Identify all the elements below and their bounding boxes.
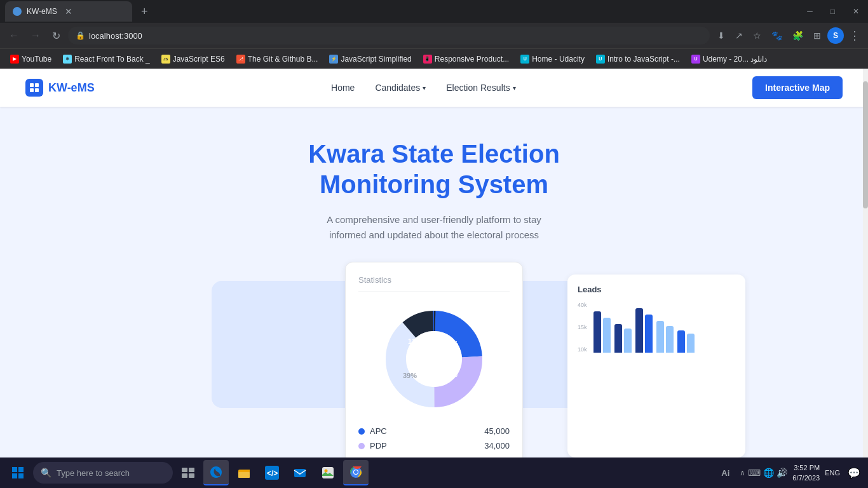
pdp-dot — [358, 443, 365, 449]
svg-text:</>: </> — [267, 469, 278, 478]
tab-favicon — [13, 7, 22, 16]
close-button[interactable]: ✕ — [849, 6, 863, 17]
bookmark-youtube[interactable]: ▶ YouTube — [5, 53, 57, 65]
svg-point-28 — [325, 470, 328, 473]
download-icon[interactable]: ⬇ — [714, 28, 729, 43]
bookmark-js6[interactable]: JS JavaScript ES6 — [156, 53, 230, 65]
bookmark-react[interactable]: ⚛ React Front To Back _ — [58, 53, 155, 65]
bookmark-udemy[interactable]: U Udemy - 20... دانلود — [686, 53, 772, 65]
task-view-button[interactable] — [175, 460, 201, 485]
maximize-button[interactable]: □ — [827, 6, 839, 17]
svg-rect-16 — [12, 473, 17, 478]
bar-3-blue — [645, 315, 653, 353]
bar-4-light — [656, 321, 664, 353]
taskbar-clock[interactable]: 3:52 PM 6/7/2023 — [792, 463, 820, 484]
bookmark-jssimplified[interactable]: ⚡ JavaScript Simplified — [324, 53, 416, 65]
svg-rect-17 — [18, 473, 24, 478]
browser-menu-button[interactable]: ⋮ — [846, 27, 863, 44]
legend-item-apc: APC 45,000 — [358, 426, 510, 436]
taskbar-chrome-button[interactable] — [343, 460, 369, 485]
volume-icon[interactable]: 🔊 — [776, 468, 787, 478]
bookmark-udacity[interactable]: U Home - Udacity — [515, 53, 590, 65]
svg-text:26%: 26% — [444, 370, 458, 378]
bookmark-react-label: React Front To Back _ — [74, 55, 150, 64]
taskbar-search-icon: 🔍 — [41, 468, 51, 478]
browser-tab[interactable]: KW-eMS ✕ — [5, 1, 132, 22]
bar-5-blue — [677, 330, 685, 353]
network-icon[interactable]: 🌐 — [763, 468, 774, 478]
bookmark-udemy-label: Udemy - 20... دانلود — [703, 55, 767, 64]
nav-election-results[interactable]: Election Results ▾ — [438, 79, 523, 97]
address-text: localhost:3000 — [89, 31, 142, 41]
address-bar: ← → ↻ 🔒 localhost:3000 ⬇ ↗ ☆ 🐾 🧩 ⊞ S ⋮ — [0, 23, 868, 48]
nav-logo: KW-eMS — [25, 79, 95, 97]
tray-up-arrow-icon[interactable]: ∧ — [740, 468, 745, 477]
taskbar-vscode-button[interactable]: </> — [259, 460, 285, 485]
navbar: KW-eMS Home Candidates ▾ Election Result… — [0, 69, 868, 107]
taskbar-ai-button[interactable]: Ai — [716, 460, 735, 485]
bookmark-js6-label: JavaScript ES6 — [173, 55, 225, 64]
share-icon[interactable]: ↗ — [731, 28, 747, 43]
bookmark-intro-js-label: Intro to JavaScript -... — [607, 55, 680, 64]
address-actions: ⬇ ↗ ☆ 🐾 🧩 ⊞ S ⋮ — [714, 27, 863, 44]
taskbar-photos-button[interactable] — [315, 460, 341, 485]
statistics-card-title: Statistics — [358, 275, 510, 292]
extensions-icon[interactable]: 🧩 — [789, 28, 807, 43]
bar-1-dark — [593, 311, 601, 353]
notifications-button[interactable]: 💬 — [845, 467, 863, 479]
bookmark-youtube-label: YouTube — [22, 55, 51, 64]
bookmark-icon[interactable]: ☆ — [749, 28, 765, 43]
bar-group-1 — [593, 311, 611, 353]
minimize-button[interactable]: ─ — [803, 6, 817, 17]
y-label-40k: 40k — [578, 302, 587, 308]
svg-rect-18 — [182, 468, 187, 472]
address-input[interactable]: 🔒 localhost:3000 — [68, 27, 710, 44]
bookmark-intro-js[interactable]: U Intro to JavaScript -... — [591, 53, 685, 65]
hero-section: Kwara State Election Monitoring System A… — [0, 107, 868, 255]
svg-rect-14 — [12, 467, 17, 472]
logo-text: KW-eMS — [48, 81, 95, 95]
legend-item-pdp: PDP 34,000 — [358, 441, 510, 451]
bookmark-udacity-label: Home - Udacity — [532, 55, 585, 64]
taskbar-search[interactable]: 🔍 Type here to search — [33, 462, 173, 484]
ai-label: Ai — [721, 468, 729, 478]
browser-layout-icon[interactable]: ⊞ — [810, 28, 825, 43]
back-button[interactable]: ← — [5, 27, 23, 44]
reload-button[interactable]: ↻ — [48, 27, 64, 44]
bar-5-light — [687, 334, 695, 353]
svg-rect-15 — [18, 467, 24, 472]
title-bar: KW-eMS ✕ + ─ □ ✕ — [0, 0, 868, 23]
language-indicator[interactable]: ENG — [825, 469, 840, 477]
new-tab-button[interactable]: + — [139, 3, 151, 21]
scrollbar-thumb[interactable] — [863, 81, 868, 208]
bar-group-3 — [635, 308, 653, 353]
keyboard-icon[interactable]: ⌨ — [748, 468, 761, 478]
extension-icon[interactable]: 🐾 — [768, 28, 786, 43]
bookmarks-more-button[interactable] — [855, 58, 863, 60]
statistics-card: Statistics — [345, 262, 523, 458]
taskbar-edge-button[interactable] — [203, 460, 229, 485]
bar-1-light — [603, 318, 611, 353]
svg-rect-27 — [322, 467, 334, 478]
pdp-value: 34,000 — [484, 441, 510, 451]
svg-text:39%: 39% — [403, 372, 417, 379]
taskbar-mail-button[interactable] — [287, 460, 313, 485]
profile-button[interactable]: S — [827, 27, 844, 44]
page-content: KW-eMS Home Candidates ▾ Election Result… — [0, 69, 868, 458]
tab-close-button[interactable]: ✕ — [65, 6, 72, 17]
taskbar-right: Ai ∧ ⌨ 🌐 🔊 3:52 PM 6/7/2023 ENG 💬 — [716, 460, 863, 485]
y-label-15k: 15k — [578, 324, 587, 330]
bookmark-git[interactable]: ⎇ The Git & Github B... — [231, 53, 323, 65]
interactive-map-button[interactable]: Interactive Map — [752, 76, 843, 99]
bar-group-5 — [677, 330, 695, 353]
svg-rect-23 — [238, 472, 250, 478]
donut-svg: 24% 26% 39% 11% — [377, 302, 491, 416]
start-button[interactable] — [5, 460, 31, 485]
taskbar-file-explorer-button[interactable] — [231, 460, 257, 485]
forward-button[interactable]: → — [27, 27, 44, 44]
nav-candidates[interactable]: Candidates ▾ — [367, 79, 433, 97]
nav-home[interactable]: Home — [323, 79, 362, 97]
election-results-chevron-icon: ▾ — [513, 85, 516, 92]
nav-links: Home Candidates ▾ Election Results ▾ — [323, 79, 524, 97]
bookmark-responsive[interactable]: 📱 Responsive Product... — [418, 53, 514, 65]
